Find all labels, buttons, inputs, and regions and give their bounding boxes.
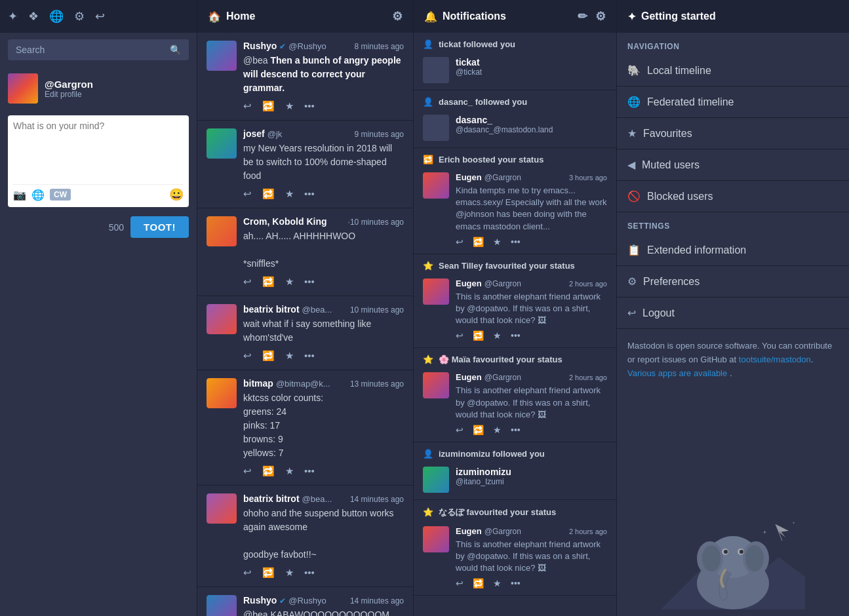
favourite-action[interactable]: ★ xyxy=(285,350,294,362)
toot-button[interactable]: TOOT! xyxy=(130,216,189,238)
more-action[interactable]: ••• xyxy=(304,567,315,579)
more-action[interactable]: ••• xyxy=(304,188,315,200)
extended-information-item[interactable]: 📋 Extended information xyxy=(617,235,849,266)
post-text: ohoho and the suspend button works again… xyxy=(243,507,404,562)
notif-avatar xyxy=(423,115,449,141)
globe-compose-icon[interactable]: 🌐 xyxy=(31,189,45,201)
settings-icon[interactable]: ⚙ xyxy=(74,9,85,24)
boost-action[interactable]: 🔁 xyxy=(473,237,484,247)
footer-apps-link[interactable]: Various apps are available xyxy=(627,368,727,378)
boost-action[interactable]: 🔁 xyxy=(473,578,484,588)
globe-icon[interactable]: 🌐 xyxy=(49,9,64,24)
footer-github-link[interactable]: tootsuite/mastodon xyxy=(739,355,811,364)
boost-action[interactable]: 🔁 xyxy=(262,276,275,288)
notif-post-handle: @Gargron xyxy=(484,527,521,536)
reply-action[interactable]: ↩ xyxy=(243,276,252,288)
favourite-action[interactable]: ★ xyxy=(285,465,294,477)
notif-post-text: Kinda tempts me to try emacs... emacs.se… xyxy=(456,185,607,233)
federated-timeline-item[interactable]: 🌐 Federated timeline xyxy=(617,87,849,118)
notifications-feed: 👤 tickat followed you tickat @tickat 👤 d… xyxy=(414,33,616,616)
avatar-image xyxy=(8,73,38,104)
notif-label: 👤 dasanc_ followed you xyxy=(414,90,616,111)
local-timeline-item[interactable]: 🐘 Local timeline xyxy=(617,55,849,87)
more-action[interactable]: ••• xyxy=(304,276,315,288)
post-header: Rushyo ✔ @Rushyo 8 minutes ago xyxy=(243,41,404,51)
favourite-action[interactable]: ★ xyxy=(285,188,294,200)
boost-action[interactable]: 🔁 xyxy=(262,567,275,579)
reply-action[interactable]: ↩ xyxy=(243,567,252,579)
search-input[interactable] xyxy=(16,45,170,55)
more-action[interactable]: ••• xyxy=(511,425,521,435)
signout-icon[interactable]: ↩ xyxy=(95,9,105,24)
reply-action[interactable]: ↩ xyxy=(456,578,464,588)
notif-username: izuminomizu xyxy=(456,467,511,477)
more-action[interactable]: ••• xyxy=(304,350,315,362)
post-avatar xyxy=(207,595,237,616)
notif-post-author: Eugen xyxy=(456,372,482,382)
more-action[interactable]: ••• xyxy=(511,237,521,247)
boost-action[interactable]: 🔁 xyxy=(473,425,484,435)
home-icon: 🏠 xyxy=(208,10,221,23)
reply-action[interactable]: ↩ xyxy=(243,100,252,112)
puzzle-icon[interactable]: ✦ xyxy=(8,9,18,24)
notification-item: ⭐ 🌸 Maïa favourited your status Eugen @G… xyxy=(414,348,616,442)
favourite-action[interactable]: ★ xyxy=(493,237,502,247)
muted-users-item[interactable]: ◀ Muted users xyxy=(617,149,849,181)
right-panel-header: ✦ Getting started xyxy=(617,0,849,33)
notifications-settings-icon[interactable]: ⚙ xyxy=(595,9,606,24)
compose-textarea[interactable] xyxy=(13,121,184,180)
svg-point-4 xyxy=(702,545,721,571)
home-settings-icon[interactable]: ⚙ xyxy=(392,9,403,24)
notif-post-content: Eugen @Gargron 2 hours ago This is anoth… xyxy=(414,275,616,348)
camera-icon[interactable]: 📷 xyxy=(13,189,26,201)
more-action[interactable]: ••• xyxy=(304,465,315,477)
favourite-action[interactable]: ★ xyxy=(285,567,294,579)
boost-action[interactable]: 🔁 xyxy=(262,100,275,112)
sidebar: ✦ ❖ 🌐 ⚙ ↩ 🔍 @Gargron Edit profile 📷 🌐 CW… xyxy=(0,0,197,616)
favourite-action[interactable]: ★ xyxy=(285,100,294,112)
avatar-image xyxy=(207,128,237,159)
cw-button[interactable]: CW xyxy=(50,189,71,201)
boost-action[interactable]: 🔁 xyxy=(473,330,484,341)
search-box[interactable]: 🔍 xyxy=(8,39,189,60)
reply-action[interactable]: ↩ xyxy=(243,465,252,477)
reply-action[interactable]: ↩ xyxy=(456,330,464,341)
notif-username: dasanc_ xyxy=(456,115,553,125)
notif-handle: @tickat xyxy=(456,67,482,77)
post-content: beatrix bitrot @bea... 14 minutes ago oh… xyxy=(243,493,404,579)
more-action[interactable]: ••• xyxy=(304,100,315,112)
reply-action[interactable]: ↩ xyxy=(456,425,464,435)
post-content: Rushyo ✔ @Rushyo 14 minutes ago @bea KAB… xyxy=(243,595,404,616)
reply-action[interactable]: ↩ xyxy=(456,237,464,247)
notif-post-header: Eugen @Gargron 2 hours ago xyxy=(456,372,607,382)
reply-action[interactable]: ↩ xyxy=(243,350,252,362)
notif-post-body: Eugen @Gargron 3 hours ago Kinda tempts … xyxy=(456,172,607,247)
boost-action[interactable]: 🔁 xyxy=(262,188,275,200)
reply-action[interactable]: ↩ xyxy=(243,188,252,200)
favourites-icon: ★ xyxy=(627,127,637,140)
post-time: 14 minutes ago xyxy=(350,596,404,606)
notif-post-text: This is another elephant friend artwork … xyxy=(456,539,607,575)
boost-action[interactable]: 🔁 xyxy=(262,350,275,362)
edit-profile-link[interactable]: Edit profile xyxy=(45,90,93,99)
emoji-icon[interactable]: 😀 xyxy=(169,187,184,202)
post-author: josef xyxy=(243,128,265,139)
favourite-action[interactable]: ★ xyxy=(285,276,294,288)
more-action[interactable]: ••• xyxy=(511,330,521,341)
notification-item: 👤 tickat followed you tickat @tickat xyxy=(414,33,616,90)
more-action[interactable]: ••• xyxy=(511,578,521,588)
notif-post-content: Eugen @Gargron 2 hours ago This is anoth… xyxy=(414,368,616,442)
favourite-action[interactable]: ★ xyxy=(493,578,502,588)
favourite-action[interactable]: ★ xyxy=(493,330,502,341)
follow-icon: 👤 xyxy=(423,449,433,459)
users-icon[interactable]: ❖ xyxy=(28,9,39,24)
favourite-action[interactable]: ★ xyxy=(493,425,502,435)
notif-avatar xyxy=(423,467,449,493)
logout-item[interactable]: ↩ Logout xyxy=(617,298,849,329)
preferences-item[interactable]: ⚙ Preferences xyxy=(617,266,849,298)
notifications-edit-icon[interactable]: ✏ xyxy=(578,9,587,24)
blocked-users-item[interactable]: 🚫 Blocked users xyxy=(617,181,849,212)
favourites-item[interactable]: ★ Favourites xyxy=(617,118,849,149)
boost-action[interactable]: 🔁 xyxy=(262,465,275,477)
notif-label-text: Erich boosted your status xyxy=(439,155,543,164)
